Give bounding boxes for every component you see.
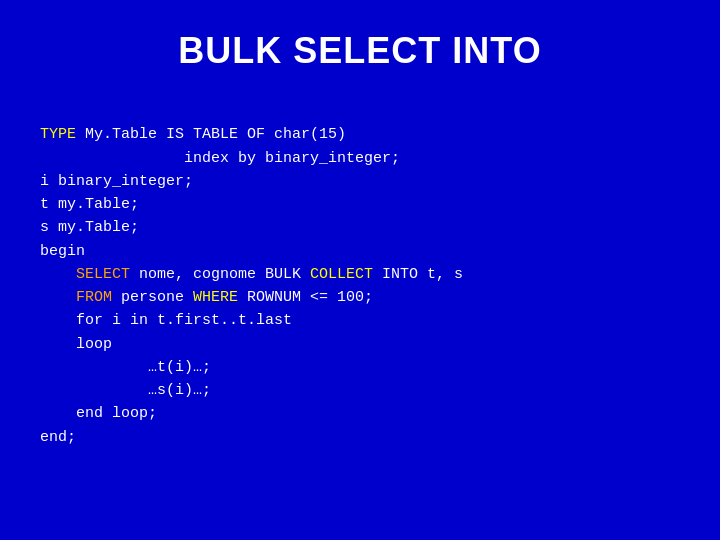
slide-title: BULK SELECT INTO <box>178 30 541 72</box>
code-text-5: ROWNUM <= 100; for i in t.first..t.last … <box>40 289 373 446</box>
keyword-from: FROM <box>76 289 112 306</box>
code-text-2: nome, cognome BULK <box>130 266 310 283</box>
code-text-4: persone <box>112 289 193 306</box>
code-block: TYPE My.Table IS TABLE OF char(15) index… <box>40 100 680 472</box>
keyword-type: TYPE <box>40 126 76 143</box>
keyword-where: WHERE <box>193 289 238 306</box>
slide: BULK SELECT INTO TYPE My.Table IS TABLE … <box>0 0 720 540</box>
keyword-select: SELECT <box>76 266 130 283</box>
keyword-collect: COLLECT <box>310 266 373 283</box>
code-text: My.Table IS TABLE OF char(15) index by b… <box>40 126 400 283</box>
